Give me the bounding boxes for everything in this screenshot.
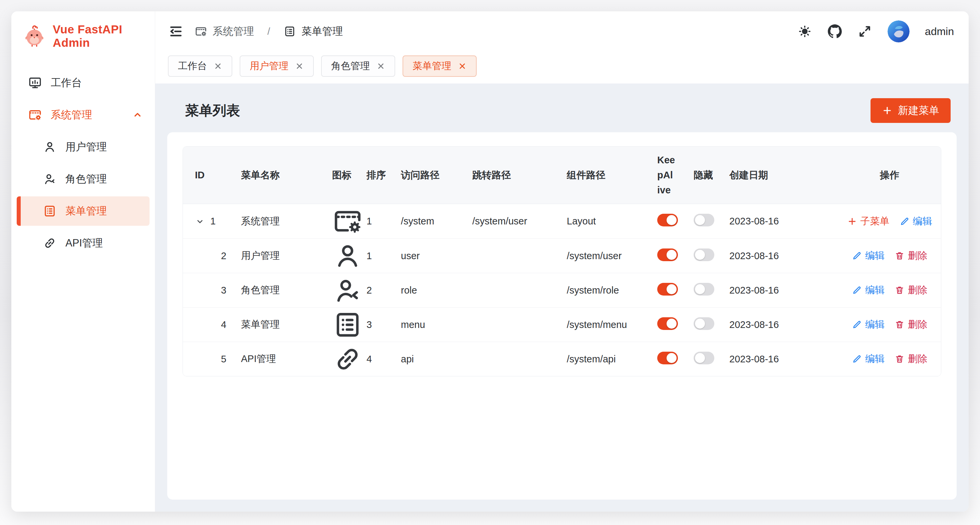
cell-keepalive: [657, 317, 694, 332]
cell-actions: 编辑 删除: [838, 318, 941, 331]
close-icon[interactable]: [214, 62, 222, 70]
hidden-toggle[interactable]: [694, 352, 714, 364]
close-icon[interactable]: [458, 62, 467, 70]
github-icon[interactable]: [827, 24, 842, 39]
pencil-icon: [900, 216, 910, 227]
tab-menus[interactable]: 菜单管理: [402, 56, 477, 77]
sidebar-item-api[interactable]: API管理: [17, 228, 150, 258]
cell-keepalive: [657, 283, 694, 298]
cell-actions: 编辑 删除: [838, 249, 941, 263]
tab-workbench[interactable]: 工作台: [168, 56, 232, 77]
delete-link[interactable]: 删除: [894, 249, 927, 263]
logo[interactable]: Vue FastAPI Admin: [11, 11, 155, 57]
row-id: 5: [221, 354, 226, 365]
delete-link[interactable]: 删除: [894, 352, 927, 366]
tab-users[interactable]: 用户管理: [240, 56, 314, 77]
cell-name: 菜单管理: [241, 318, 332, 331]
breadcrumb-label: 菜单管理: [301, 24, 343, 38]
create-menu-label: 新建菜单: [898, 104, 939, 118]
hidden-toggle[interactable]: [694, 317, 714, 330]
tab-label: 菜单管理: [412, 59, 451, 73]
edit-link[interactable]: 编辑: [852, 249, 885, 263]
cell-path: api: [401, 354, 472, 365]
cell-order: 4: [366, 354, 401, 365]
delete-link[interactable]: 删除: [894, 318, 927, 331]
app-title: Vue FastAPI Admin: [53, 23, 155, 49]
window-gear-icon: [195, 25, 207, 38]
cell-hidden: [694, 352, 729, 367]
keepalive-toggle[interactable]: [657, 249, 678, 261]
page-title: 菜单列表: [185, 102, 240, 120]
edit-label: 编辑: [913, 215, 932, 228]
edit-link[interactable]: 编辑: [900, 215, 932, 228]
menu-table: ID 菜单名称 图标 排序 访问路径 跳转路径 组件路径 KeepAlive 隐…: [183, 146, 941, 377]
breadcrumb-separator: /: [266, 26, 272, 37]
cell-order: 1: [366, 216, 401, 227]
breadcrumb-system[interactable]: 系统管理: [195, 24, 254, 38]
cell-component: /system/user: [567, 251, 657, 262]
cell-keepalive: [657, 249, 694, 263]
sidebar-item-users[interactable]: 用户管理: [17, 132, 150, 162]
cell-path: role: [401, 285, 472, 296]
fullscreen-icon[interactable]: [858, 24, 872, 39]
hidden-toggle[interactable]: [694, 283, 714, 295]
keepalive-toggle[interactable]: [657, 317, 678, 330]
keepalive-toggle[interactable]: [657, 283, 678, 295]
user-avatar[interactable]: [888, 21, 910, 42]
edit-link[interactable]: 编辑: [852, 284, 885, 297]
expand-row-icon[interactable]: [195, 216, 205, 227]
create-menu-button[interactable]: 新建菜单: [870, 98, 951, 123]
sidebar-item-roles[interactable]: 角色管理: [17, 164, 150, 194]
cell-component: /system/menu: [567, 319, 657, 330]
col-icon: 图标: [332, 169, 366, 182]
sidebar-collapse-icon[interactable]: [169, 24, 183, 39]
tab-roles[interactable]: 角色管理: [321, 56, 395, 77]
sidebar-item-label: 工作台: [51, 76, 82, 90]
cell-keepalive: [657, 352, 694, 367]
window-gear-icon: [332, 206, 363, 237]
cell-order: 3: [366, 319, 401, 330]
col-redirect: 跳转路径: [472, 169, 567, 182]
cell-icon: [332, 241, 366, 271]
cell-name: API管理: [241, 352, 332, 366]
role-icon: [332, 275, 363, 306]
close-icon[interactable]: [377, 62, 385, 70]
col-created: 创建日期: [729, 169, 838, 182]
sidebar-item-label: API管理: [65, 236, 103, 250]
col-name: 菜单名称: [241, 169, 332, 182]
edit-label: 编辑: [865, 352, 885, 366]
add-submenu-link[interactable]: 子菜单: [847, 215, 889, 228]
sidebar-item-workbench[interactable]: 工作台: [17, 68, 150, 97]
content-area: 菜单列表 新建菜单 ID 菜单名称 图标 排序 访问路径: [155, 83, 969, 512]
edit-link[interactable]: 编辑: [852, 318, 885, 331]
hidden-toggle[interactable]: [694, 249, 714, 261]
col-hidden: 隐藏: [694, 169, 729, 182]
username[interactable]: admin: [925, 26, 954, 38]
app-window: Vue FastAPI Admin 工作台: [11, 11, 969, 512]
sidebar-item-label: 角色管理: [65, 172, 107, 186]
table-header-row: ID 菜单名称 图标 排序 访问路径 跳转路径 组件路径 KeepAlive 隐…: [183, 147, 941, 204]
delete-link[interactable]: 删除: [894, 284, 927, 297]
cell-created: 2023-08-16: [729, 216, 838, 227]
theme-sun-icon[interactable]: [797, 24, 812, 39]
sidebar-menu: 工作台 系统管理: [11, 57, 155, 258]
keepalive-toggle[interactable]: [657, 214, 678, 227]
cell-icon: [332, 344, 366, 375]
close-icon[interactable]: [295, 62, 304, 70]
cell-component: /system/api: [567, 354, 657, 365]
breadcrumb-menus[interactable]: 菜单管理: [283, 24, 343, 38]
col-keepalive: KeepAlive: [657, 153, 679, 198]
cell-name: 系统管理: [241, 215, 332, 228]
topbar-actions: admin: [797, 21, 954, 42]
cell-component: Layout: [567, 216, 657, 227]
chick-logo-icon: [23, 25, 45, 47]
sidebar-group-system[interactable]: 系统管理: [17, 100, 150, 129]
edit-link[interactable]: 编辑: [852, 352, 885, 366]
keepalive-toggle[interactable]: [657, 352, 678, 364]
main-area: 系统管理 / 菜单管理: [155, 11, 969, 512]
breadcrumb-label: 系统管理: [213, 24, 254, 38]
cell-created: 2023-08-16: [729, 251, 838, 262]
hidden-toggle[interactable]: [694, 214, 714, 227]
sidebar-item-menus[interactable]: 菜单管理: [17, 196, 150, 226]
col-actions: 操作: [838, 169, 941, 182]
